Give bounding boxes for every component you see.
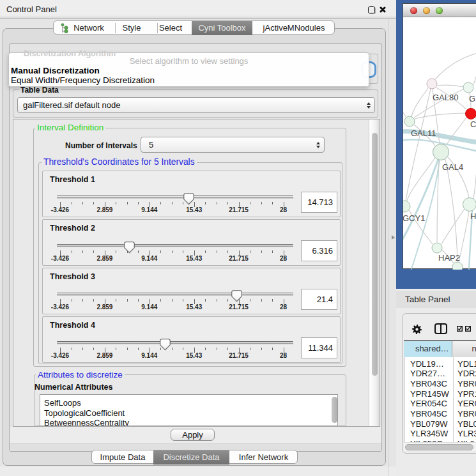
- svg-text:C: C: [470, 119, 476, 129]
- svg-text:H: H: [470, 211, 476, 221]
- svg-text:GAL80: GAL80: [433, 93, 458, 102]
- svg-text:GAL4: GAL4: [442, 162, 463, 172]
- svg-text:G: G: [469, 94, 475, 104]
- svg-text:HAP2: HAP2: [438, 253, 460, 263]
- svg-text:GCY1: GCY1: [403, 213, 425, 223]
- svg-text:GAL11: GAL11: [411, 128, 436, 138]
